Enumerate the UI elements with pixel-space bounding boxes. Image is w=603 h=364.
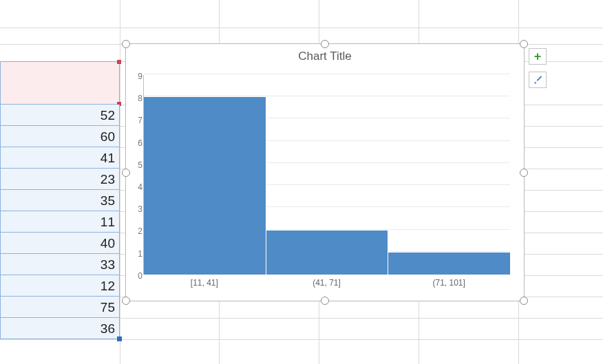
chart-bar[interactable] bbox=[388, 253, 510, 275]
x-axis-ticks: [11, 41](41, 71](71, 101] bbox=[143, 278, 510, 288]
table-cell[interactable]: 75 bbox=[0, 297, 120, 318]
resize-handle[interactable] bbox=[122, 297, 130, 305]
table-cell[interactable]: 40 bbox=[0, 233, 120, 254]
chart-style-button[interactable] bbox=[529, 72, 547, 88]
resize-handle[interactable] bbox=[520, 297, 528, 305]
table-cell[interactable]: 60 bbox=[0, 126, 120, 147]
column-header-cell[interactable] bbox=[0, 61, 120, 105]
table-cell[interactable]: 36 bbox=[0, 318, 120, 339]
resize-handle[interactable] bbox=[321, 40, 329, 48]
table-cell[interactable]: 41 bbox=[0, 147, 120, 169]
table-cell[interactable]: 23 bbox=[0, 169, 120, 190]
y-axis-ticks: 9876543210 bbox=[130, 72, 142, 293]
chart-bar[interactable] bbox=[266, 231, 389, 275]
table-cell[interactable]: 12 bbox=[0, 275, 120, 297]
resize-handle[interactable] bbox=[520, 169, 528, 177]
table-cell[interactable]: 52 bbox=[0, 105, 120, 126]
table-cell[interactable]: 11 bbox=[0, 211, 120, 233]
plus-icon: + bbox=[534, 50, 542, 63]
table-cell[interactable]: 35 bbox=[0, 190, 120, 211]
chart-add-element-button[interactable]: + bbox=[529, 48, 547, 65]
data-column[interactable]: 5260412335114033127536 bbox=[0, 105, 120, 339]
resize-handle[interactable] bbox=[520, 40, 528, 48]
resize-handle[interactable] bbox=[321, 297, 329, 305]
resize-handle[interactable] bbox=[122, 169, 130, 177]
embedded-chart[interactable]: Chart Title 9876543210 [11, 41](41, 71](… bbox=[125, 43, 525, 301]
brush-icon bbox=[533, 75, 543, 85]
chart-bar[interactable] bbox=[144, 97, 266, 275]
plot-area[interactable]: 9876543210 [11, 41](41, 71](71, 101] bbox=[143, 75, 510, 275]
table-cell[interactable]: 33 bbox=[0, 254, 120, 275]
resize-handle[interactable] bbox=[122, 40, 130, 48]
